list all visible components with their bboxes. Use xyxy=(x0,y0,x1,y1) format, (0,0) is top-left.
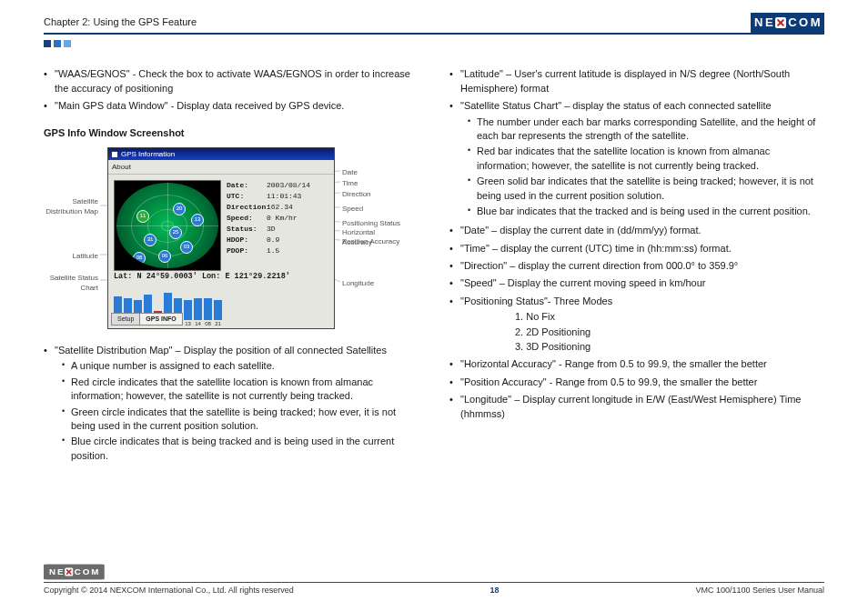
list-subitem: Red bar indicates that the satellite loc… xyxy=(468,145,824,173)
sat-map-list: "Satellite Distribution Map" – Display t… xyxy=(44,344,419,463)
sat-bar: 14 xyxy=(194,298,202,320)
intro-list: "WAAS/EGNOS" - Check the box to activate… xyxy=(44,67,419,113)
list-item: "Time" – display the current (UTC) time … xyxy=(449,242,824,255)
list-subitem: Red circle indicates that the satellite … xyxy=(62,376,419,404)
sat-bar: 13 xyxy=(184,300,192,320)
list-item: "WAAS/EGNOS" - Check the box to activate… xyxy=(44,67,419,95)
list-subitem: Blue bar indicates that the tracked and … xyxy=(468,205,824,218)
list-item: "Positioning Status"- Three Modes 1. No … xyxy=(449,295,824,355)
callout-longitude: Longitude xyxy=(342,278,374,288)
list-item: "Speed" – Display the current moving spe… xyxy=(449,276,824,290)
titlebar: GPS Information xyxy=(108,148,334,160)
figure-heading: GPS Info Window Screenshot xyxy=(44,126,419,140)
window-title: GPS Information xyxy=(121,149,175,159)
list-item: "Horizontal Accuracy" - Range from 0.5 t… xyxy=(449,357,824,371)
sat-distribution-map: 1120133125030608 xyxy=(114,180,221,271)
chapter-title: Chapter 2: Using the GPS Feature xyxy=(44,15,197,29)
list-item: "Latitude" – User's current latitude is … xyxy=(449,67,824,95)
app-icon xyxy=(111,151,118,158)
gps-window: GPS Information About 1120133125030608 D… xyxy=(107,147,335,329)
list-subitem: Green circle indicates that the satellit… xyxy=(62,406,419,434)
page-header: Chapter 2: Using the GPS Feature NECOM xyxy=(44,15,824,35)
list-item: "Satellite Distribution Map" – Display t… xyxy=(44,344,419,463)
tab-setup[interactable]: Setup xyxy=(111,313,140,326)
callout-date: Date xyxy=(342,167,358,177)
list-subitem: A unique number is assigned to each sate… xyxy=(62,359,419,373)
sat-bar: 08 xyxy=(204,298,212,320)
sat-point: 03 xyxy=(180,241,193,254)
list-item: "Main GPS data Window" - Display data re… xyxy=(44,99,419,113)
callout-pdop: Position Accuracy xyxy=(342,236,399,246)
trisquare-icon xyxy=(44,40,71,47)
list-item: "Longitude" – Display current longitude … xyxy=(449,393,824,421)
list-subitem: The number under each bar marks correspo… xyxy=(468,115,824,144)
sat-point: 08 xyxy=(133,252,146,265)
lat-lon-readout: Lat: N 24°59.0003' Lon: E 121°29.2218' xyxy=(108,271,334,284)
tab-gps-info[interactable]: GPS INFO xyxy=(139,313,182,326)
list-item: "Date" – display the current date in (dd… xyxy=(449,224,824,237)
callout-time: Time xyxy=(342,178,358,188)
mode-item: 2. 2D Positioning xyxy=(515,326,824,339)
sat-bar: 21 xyxy=(214,300,222,320)
logo-x-icon xyxy=(775,17,786,28)
footer-page: 18 xyxy=(490,585,500,596)
callout-speed: Speed xyxy=(342,204,363,214)
about-menu[interactable]: About xyxy=(108,160,334,175)
mode-item: 3. 3D Positioning xyxy=(515,340,824,354)
footer-copyright: Copyright © 2014 NEXCOM International Co… xyxy=(44,585,294,596)
callout-sat-chart: Satellite Status Chart xyxy=(44,273,98,293)
left-column: "WAAS/EGNOS" - Check the box to activate… xyxy=(44,64,419,468)
list-subitem: Green solid bar indicates that the satel… xyxy=(468,175,824,203)
callout-sat-map: Satellite Distribution Map xyxy=(44,196,98,216)
list-subitem: Blue circle indicates that is being trac… xyxy=(62,435,419,463)
gps-screenshot-figure: Satellite Distribution Map Latitude Sate… xyxy=(44,147,406,335)
footer-manual: VMC 100/1100 Series User Manual xyxy=(695,585,824,596)
list-item: "Satellite Status Chart" – display the s… xyxy=(449,99,824,218)
right-column: "Latitude" – User's current latitude is … xyxy=(449,64,824,468)
callout-latitude: Latitude xyxy=(44,251,98,261)
mode-item: 1. No Fix xyxy=(515,310,824,324)
gps-readout: Date:2003/08/14 UTC:11:01:43 Direction:1… xyxy=(227,180,328,271)
brand-logo: NECOM xyxy=(751,15,824,31)
right-list: "Latitude" – User's current latitude is … xyxy=(449,67,824,421)
callout-direction: Direction xyxy=(342,189,371,199)
footer: NECOM Copyright © 2014 NEXCOM Internatio… xyxy=(44,562,824,596)
footer-logo: NECOM xyxy=(44,565,105,580)
sat-point: 06 xyxy=(158,250,171,263)
tabs: Setup GPS INFO xyxy=(111,313,182,326)
list-item: "Position Accuracy" - Range from 0.5 to … xyxy=(449,376,824,389)
list-item: "Direction" – display the current direct… xyxy=(449,259,824,273)
